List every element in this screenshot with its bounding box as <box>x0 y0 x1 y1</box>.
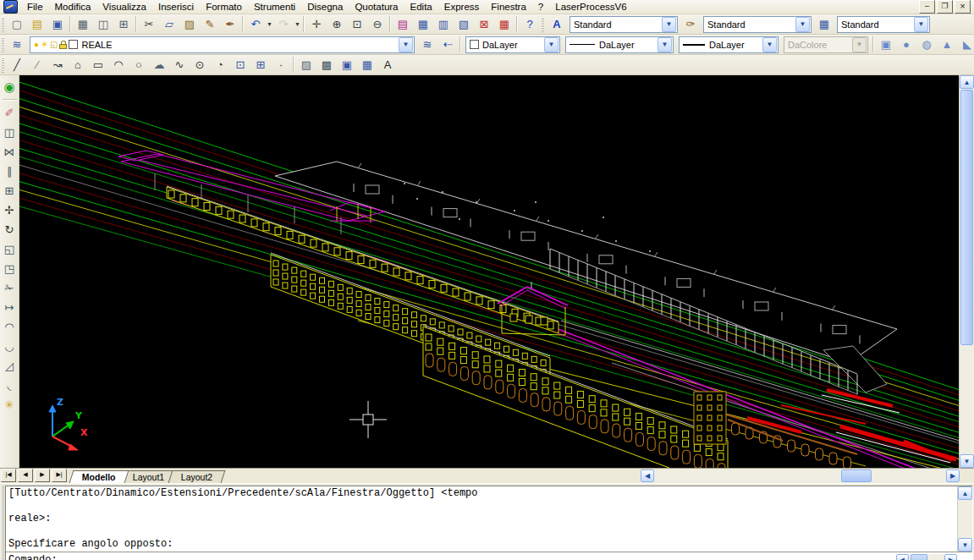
box-icon[interactable]: ▣ <box>876 35 896 54</box>
menu-item-express[interactable]: Express <box>438 0 486 14</box>
scroll-left-icon[interactable]: ◀ <box>896 554 909 560</box>
make-object-layer-current-icon[interactable]: ≋ <box>417 35 437 54</box>
arc-icon[interactable]: ◠ <box>108 55 129 74</box>
cone-icon[interactable]: ▲ <box>937 35 957 54</box>
chamfer-icon[interactable]: ◿ <box>0 356 19 376</box>
tab-modello[interactable]: Modello <box>69 470 129 483</box>
make-block-icon[interactable]: ⊞ <box>250 55 271 74</box>
explode-icon[interactable]: ✳ <box>0 395 19 415</box>
horizontal-scroll-thumb[interactable] <box>841 469 872 482</box>
tool-palettes-icon[interactable]: ▥ <box>433 14 454 34</box>
lineweight-dropdown[interactable]: DaLayer ▼ <box>679 36 779 53</box>
chevron-down-icon[interactable]: ▼ <box>795 17 810 32</box>
extend-icon[interactable]: ↦ <box>0 298 19 317</box>
zoom-realtime-icon[interactable]: ⊕ <box>327 14 347 34</box>
zoom-window-icon[interactable]: ⊡ <box>347 14 367 34</box>
scroll-right-icon[interactable]: ▶ <box>946 469 960 482</box>
restore-button[interactable]: ❐ <box>937 0 953 14</box>
line-icon[interactable]: ╱ <box>7 55 27 74</box>
toolbar-grip[interactable] <box>542 17 544 32</box>
command-horizontal-scrollbar[interactable]: ◀ ▶ <box>896 554 957 560</box>
scroll-up-icon[interactable]: ▲ <box>958 486 972 500</box>
tab-nav-next-icon[interactable]: ▶ <box>35 469 50 482</box>
pan-icon[interactable]: ✛ <box>306 14 327 34</box>
markup-icon[interactable]: ⊠ <box>474 14 494 34</box>
color-dropdown[interactable]: DaLayer ▼ <box>465 36 560 53</box>
scroll-left-icon[interactable]: ◀ <box>641 469 654 482</box>
tab-nav-previous-icon[interactable]: ◀ <box>18 469 33 482</box>
open-icon[interactable]: ▤ <box>27 14 47 34</box>
chevron-down-icon[interactable]: ▼ <box>662 17 676 32</box>
new-icon[interactable]: ▢ <box>7 14 27 34</box>
app-icon[interactable] <box>3 0 18 14</box>
revision-cloud-icon[interactable]: ☁ <box>149 55 169 74</box>
scroll-down-icon[interactable]: ▼ <box>958 538 972 552</box>
zoom-previous-icon[interactable]: ⊖ <box>367 14 388 34</box>
match-properties-icon[interactable]: ✒ <box>220 14 240 34</box>
break-icon[interactable]: ◡ <box>0 337 19 356</box>
polyline-icon[interactable]: ↝ <box>47 55 68 74</box>
break-at-point-icon[interactable]: ◠ <box>0 317 19 337</box>
array-icon[interactable]: ⊞ <box>0 181 19 200</box>
move-icon[interactable]: ✢ <box>0 200 19 220</box>
text-style-icon[interactable]: A <box>547 14 567 34</box>
menu-item-strumenti[interactable]: Strumenti <box>248 0 301 14</box>
toolbar-grip[interactable] <box>2 58 4 73</box>
menu-item-file[interactable]: File <box>21 0 49 14</box>
command-hscroll-track[interactable] <box>909 554 944 560</box>
menu-item-modifica[interactable]: Modifica <box>49 0 97 14</box>
cylinder-icon[interactable]: ◍ <box>916 35 937 54</box>
mirror-icon[interactable]: ⋈ <box>0 142 19 162</box>
region-icon[interactable]: ▣ <box>337 55 357 74</box>
ellipse-arc-icon[interactable]: ◔ <box>210 55 230 74</box>
canvas-vertical-scrollbar[interactable]: ▲ ▼ <box>959 75 974 468</box>
command-window-grip[interactable] <box>1 486 4 560</box>
trim-icon[interactable]: ✁ <box>0 278 19 298</box>
layer-dropdown[interactable]: ● ☀ ◱ REALE ▼ <box>30 36 415 53</box>
dim-style-dropdown[interactable]: Standard ▼ <box>703 16 812 33</box>
cad-drawing[interactable]: ZYX <box>19 75 959 468</box>
menu-item-edita[interactable]: Edita <box>404 0 438 14</box>
properties-palette-icon[interactable]: ▤ <box>393 14 413 34</box>
table-style-dropdown[interactable]: Standard ▼ <box>837 16 930 33</box>
undo-dropdown-caret-icon[interactable]: ▼ <box>266 15 273 33</box>
offset-icon[interactable]: ∥ <box>0 162 19 181</box>
menu-item-inserisci[interactable]: Inserisci <box>152 0 200 14</box>
scale-icon[interactable]: ◱ <box>0 239 19 259</box>
command-scroll-track[interactable] <box>958 500 972 538</box>
polygon-icon[interactable]: ⌂ <box>68 55 88 74</box>
insert-block-icon[interactable]: ⊡ <box>230 55 250 74</box>
spline-icon[interactable]: ∿ <box>169 55 190 74</box>
vertical-scroll-track[interactable] <box>960 346 974 454</box>
horizontal-scroll-track[interactable] <box>654 469 946 482</box>
linetype-dropdown[interactable]: DaLayer ▼ <box>565 36 674 53</box>
print-preview-icon[interactable]: ◫ <box>93 14 113 34</box>
dim-style-icon[interactable]: ✑ <box>680 14 701 34</box>
layer-freeze-sun-icon[interactable]: ☀ <box>41 40 48 49</box>
redo-icon[interactable]: ↷ <box>273 14 294 34</box>
stretch-icon[interactable]: ◳ <box>0 259 19 278</box>
ellipse-icon[interactable]: ⊙ <box>190 55 210 74</box>
tab-layout2[interactable]: Layout2 <box>168 470 226 483</box>
sheetset-manager-icon[interactable]: ▧ <box>454 14 474 34</box>
scroll-down-icon[interactable]: ▼ <box>960 454 974 468</box>
layer-lock-icon[interactable] <box>59 41 67 49</box>
layer-on-bulb-icon[interactable]: ● <box>34 40 39 49</box>
copy-object-icon[interactable]: ◫ <box>0 123 19 142</box>
circle-icon[interactable]: ○ <box>129 55 149 74</box>
drawing-canvas[interactable]: ZYX <box>19 75 959 468</box>
point-icon[interactable]: ∙ <box>271 55 291 74</box>
publish-icon[interactable]: ⊞ <box>113 14 134 34</box>
chevron-down-icon[interactable]: ▼ <box>544 37 559 52</box>
scroll-right-icon[interactable]: ▶ <box>944 554 957 560</box>
command-prompt-row[interactable]: Comando: ◀ ▶ <box>6 552 972 560</box>
toolbar-grip[interactable] <box>2 37 4 52</box>
layer-manager-icon[interactable]: ≋ <box>7 35 27 54</box>
sphere-icon[interactable]: ● <box>896 35 916 54</box>
gradient-icon[interactable]: ▩ <box>316 55 337 74</box>
close-button[interactable]: × <box>955 0 971 14</box>
calculator-icon[interactable]: ▦ <box>494 14 515 34</box>
menu-item-disegna[interactable]: Disegna <box>301 0 349 14</box>
designcenter-icon[interactable]: ▦ <box>413 14 433 34</box>
undo-icon[interactable]: ↶ <box>245 14 266 34</box>
